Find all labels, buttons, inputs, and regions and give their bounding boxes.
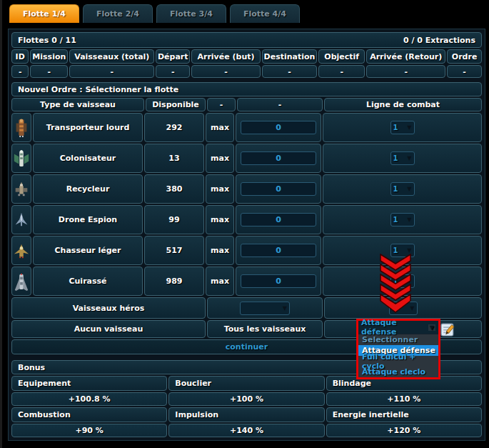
preset-dropdown: Attaque défense▼ Selectionner Attaque dé…	[356, 319, 440, 379]
col-objectif: Objectif	[318, 49, 365, 64]
fleet-tabbar: Flotte 1/4 Flotte 2/4 Flotte 3/4 Flotte …	[2, 0, 489, 24]
combat-line-select[interactable]: 1▼	[390, 213, 415, 227]
empty-cell: -	[318, 65, 365, 78]
col-destination: Destination	[262, 49, 317, 64]
chevron-down-icon: ▼	[407, 124, 411, 131]
ship-table-header: Type de vaisseau Disponible - - Ligne de…	[11, 97, 483, 112]
ship-row: Chasseur léger 517 max 1▼	[11, 235, 483, 266]
max-button[interactable]: max	[206, 236, 234, 265]
ship-name: Chasseur léger	[33, 236, 143, 265]
ship-available: 380	[144, 174, 204, 204]
col-ordre: Ordre	[447, 49, 482, 64]
tab-flotte-3[interactable]: Flotte 3/4	[156, 4, 226, 23]
col-dash-1: -	[207, 98, 236, 111]
ship-name: Recycleur	[33, 174, 143, 204]
chevron-down-icon: ▼	[407, 155, 411, 161]
select-all-button[interactable]: Tous les vaisseaux	[207, 320, 323, 338]
edit-preset-icon[interactable]	[440, 322, 455, 337]
preset-option[interactable]: Attaque cleclo	[358, 367, 438, 377]
preset-option[interactable]: Selectionner	[358, 334, 438, 345]
ship-name: Colonisateur	[33, 144, 143, 173]
combat-line-select[interactable]: 1▼	[390, 151, 415, 165]
empty-cell: -	[191, 65, 261, 78]
combat-line-select[interactable]: 1▼	[390, 182, 415, 196]
empty-cell: -	[262, 65, 317, 78]
tab-flotte-1[interactable]: Flotte 1/4	[9, 4, 79, 23]
ship-quantity-input[interactable]	[241, 274, 316, 288]
light-fighter-icon	[11, 236, 31, 265]
empty-cell: -	[69, 65, 154, 78]
preset-option-list: Selectionner Attaque défense Full cuicui…	[358, 334, 438, 377]
ship-row: Colonisateur 13 max 1▼	[11, 143, 483, 174]
tab-flotte-2[interactable]: Flotte 2/4	[83, 4, 153, 23]
preset-select[interactable]: Attaque défense▼	[358, 321, 438, 334]
combat-line-select[interactable]: 1▼	[390, 121, 415, 134]
select-none-button[interactable]: Aucun vaisseau	[11, 320, 206, 338]
ship-available: 99	[144, 205, 204, 234]
ship-quantity-input[interactable]	[241, 213, 316, 227]
hero-combat-line-select[interactable]: ▼	[389, 302, 418, 315]
bonus-values-row-2: +90 % +140 % +120 %	[11, 423, 483, 438]
max-button[interactable]: max	[206, 174, 234, 204]
ship-quantity-input[interactable]	[241, 244, 316, 257]
max-button[interactable]: max	[206, 113, 234, 142]
max-button[interactable]: max	[206, 267, 234, 296]
preset-option[interactable]: Full cuicui + cyclo	[358, 356, 438, 367]
col-arrivee-retour: Arrivée (Retour)	[366, 49, 445, 64]
selection-row: Aucun vaisseau Tous les vaisseaux Attaqu…	[11, 319, 483, 339]
colony-ship-icon	[11, 144, 31, 173]
chevron-down-icon: ▼	[283, 305, 287, 312]
empty-cell: -	[30, 65, 68, 78]
combat-line-select[interactable]: 1▼	[390, 274, 415, 288]
col-combat-line: Ligne de combat	[324, 98, 482, 111]
bonus-values-row-1: +100.8 % +100 % +110 %	[11, 392, 483, 407]
hero-ships-row: Vaisseaux héros ▼ ▼	[11, 297, 483, 319]
bonus-value-energie: +120 %	[326, 424, 482, 437]
col-dash-2: -	[237, 98, 323, 111]
ship-quantity-input[interactable]	[241, 182, 316, 196]
fleet-table-header: ID Mission Vaisseaux (total) Départ Arri…	[11, 49, 483, 64]
col-mission: Mission	[30, 49, 68, 64]
bonus-value-equipement: +100.8 %	[11, 392, 167, 406]
fleet-summary-bar: Flottes 0 / 11 0 / 0 Extractions	[11, 32, 482, 48]
max-button[interactable]: max	[206, 205, 234, 234]
ship-row: Transporteur lourd 292 max 1▼	[11, 112, 483, 143]
battleship-icon	[11, 267, 31, 296]
chevron-down-icon: ▼	[407, 278, 411, 284]
ship-available: 13	[144, 144, 204, 173]
extractions-count: 0 / 0 Extractions	[403, 36, 475, 45]
bonus-value-impulsion: +140 %	[168, 424, 324, 437]
col-ship-type: Type de vaisseau	[11, 98, 144, 111]
chevron-down-icon: ▼	[410, 305, 414, 312]
bonus-label-impulsion: Impulsion	[168, 407, 324, 422]
bonus-label-combustion: Combustion	[11, 407, 167, 422]
ship-row: Drone Espion 99 max 1▼	[11, 204, 483, 235]
max-button[interactable]: max	[206, 144, 234, 173]
empty-cell: -	[447, 65, 482, 78]
chevron-down-icon: ▼	[407, 247, 411, 254]
hero-ship-select[interactable]: ▼	[240, 302, 290, 315]
fleet-panel: Flottes 0 / 11 0 / 0 Extractions ID Miss…	[8, 29, 485, 441]
empty-cell: -	[366, 65, 445, 78]
ship-available: 989	[144, 267, 204, 296]
ship-available: 292	[144, 113, 204, 142]
heavy-transport-icon	[11, 113, 31, 142]
tab-flotte-4[interactable]: Flotte 4/4	[230, 4, 300, 23]
ship-row: Cuirassé 989 max 1▼	[11, 266, 483, 297]
bonus-value-combustion: +90 %	[11, 424, 167, 437]
ship-available: 517	[144, 236, 204, 265]
spy-drone-icon	[11, 205, 31, 234]
combat-line-select[interactable]: 1▼	[390, 244, 415, 257]
bonus-label-equipement: Equipement	[11, 376, 167, 391]
col-depart: Départ	[156, 49, 190, 64]
chevron-down-icon: ▼	[407, 216, 411, 223]
bonus-label-energie: Energie inertielle	[326, 407, 482, 422]
ship-row: Recycleur 380 max 1▼	[11, 174, 483, 204]
fleet-table-empty-row: - - - - - - - - -	[11, 64, 483, 79]
ship-quantity-input[interactable]	[241, 151, 316, 165]
ship-quantity-input[interactable]	[241, 121, 316, 134]
col-available: Disponible	[146, 98, 206, 111]
col-arrivee-but: Arrivée (but)	[191, 49, 261, 64]
fleet-page: Flotte 1/4 Flotte 2/4 Flotte 3/4 Flotte …	[0, 0, 489, 448]
new-order-title: Nouvel Ordre : Sélectionner la flotte	[11, 82, 482, 96]
